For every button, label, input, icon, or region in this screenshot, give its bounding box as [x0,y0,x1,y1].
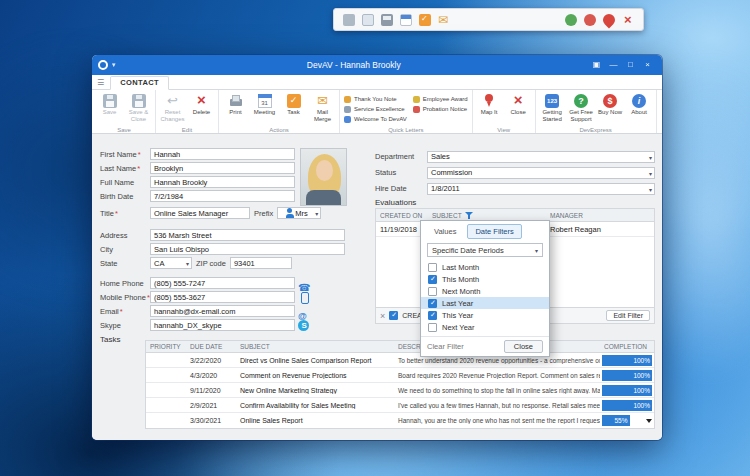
quick-access-arrow-icon[interactable]: ▾ [112,61,116,69]
file-menu-button[interactable]: ☰ [97,76,104,89]
delete-button[interactable]: Delete [187,92,216,124]
tab-values[interactable]: Values [426,224,464,239]
filter-enabled-checkbox[interactable] [389,311,398,320]
filter-popup-tabs: Values Date Filters [421,221,549,241]
group-caption-edit: Edit [156,127,218,133]
title-field[interactable]: Online Sales Manager [150,207,250,219]
reset-changes-button[interactable]: Reset Changes [158,92,187,124]
column-header-due-date[interactable]: DUE DATE [186,343,236,350]
titlebar[interactable]: ▾ DevAV - Hannah Brookly ▣ — □ × [92,55,662,75]
first-name-field[interactable]: Hannah [150,148,295,160]
filter-option-last-year[interactable]: Last Year [421,297,549,309]
quick-letter-employee-award[interactable]: Employee Award [411,94,470,104]
filter-option-next-year[interactable]: Next Year [421,321,549,333]
task-row[interactable]: 9/11/2020 New Online Marketing Strategy … [146,383,654,398]
task-row[interactable]: 3/22/2020 Direct vs Online Sales Compari… [146,353,654,368]
last-name-field[interactable]: Brooklyn [150,162,295,174]
skype-label: Skype [100,321,150,330]
clear-filter-button[interactable]: Clear Filter [427,342,464,351]
close-view-button[interactable]: Close [504,92,533,124]
close-popup-button[interactable]: Close [504,340,543,353]
column-header-priority[interactable]: PRIORITY [146,343,186,350]
skype-field[interactable]: hannahb_DX_skype [150,319,295,331]
task-row[interactable]: 4/3/2020 Comment on Revenue Projections … [146,368,654,383]
state-combo[interactable]: CA [150,257,192,269]
checkbox[interactable] [428,311,437,320]
title-label: Title* [100,209,150,218]
quick-letter-service-excellence[interactable]: Service Excellence [342,104,409,114]
filter-option-last-month[interactable]: Last Month [421,261,549,273]
department-combo[interactable]: Sales [427,151,655,163]
tab-contact[interactable]: CONTACT [110,76,169,90]
minimize-button[interactable]: — [605,55,622,75]
checkbox[interactable] [428,287,437,296]
subject-cell: Direct vs Online Sales Comparison Report [236,357,394,364]
note-icon [344,96,351,103]
checkbox[interactable] [428,299,437,308]
window-controls: ▣ — □ × [588,55,656,75]
print-button[interactable]: Print [221,92,250,124]
completion-cell: 100% [600,383,654,398]
column-header-manager[interactable]: MANAGER [546,212,654,219]
birth-date-field[interactable]: 7/2/1984 [150,190,295,202]
column-header-subject[interactable]: SUBJECT [236,343,394,350]
getting-started-icon [545,94,559,108]
photo-shoulders [306,190,341,206]
checkbox[interactable] [428,323,437,332]
map-it-button[interactable]: Map It [475,92,504,124]
city-field[interactable]: San Luis Obispo [150,243,345,255]
mail-merge-button[interactable]: Mail Merge [308,92,337,124]
quick-letter-probation-notice[interactable]: Probation Notice [411,104,470,114]
quick-letter-thank-you-note[interactable]: Thank You Note [342,94,409,104]
evaluations-section-label: Evaluations [375,198,416,207]
hire-date-label: Hire Date [375,184,427,193]
column-header-created-on[interactable]: CREATED ON [376,212,428,219]
save-button[interactable]: Save [95,92,124,124]
completion-dropdown-icon[interactable] [646,419,652,423]
award-icon [565,14,577,26]
description-cell: To better understand 2020 revenue opport… [394,357,600,364]
close-button[interactable]: × [639,55,656,75]
task-row[interactable]: 2/9/2021 Confirm Availability for Sales … [146,398,654,413]
filter-funnel-icon[interactable] [465,211,473,219]
hire-date-combo[interactable]: 1/8/2011 [427,183,655,195]
getting-started-button[interactable]: Getting Started [538,92,567,124]
email-field[interactable]: hannahb@dx-email.com [150,305,295,317]
zip-field[interactable]: 93401 [230,257,292,269]
task-row[interactable]: 3/30/2021 Online Sales Report Hannah, yo… [146,413,654,428]
column-header-completion[interactable]: COMPLETION [600,343,654,350]
column-header-subject[interactable]: SUBJECT [428,211,546,219]
get-free-support-button[interactable]: Get Free Support [567,92,596,124]
status-combo[interactable]: Commission [427,167,655,179]
theme-button[interactable]: ▣ [588,55,605,75]
address-field[interactable]: 536 Marsh Street [150,229,345,241]
checkbox[interactable] [428,263,437,272]
desktop-wallpaper: ▾ DevAV - Hannah Brookly ▣ — □ × ☰ CONTA… [0,0,750,476]
meeting-button[interactable]: Meeting [250,92,279,124]
task-button[interactable]: Task [279,92,308,124]
completion-cell: 100% [600,368,654,383]
maximize-button[interactable]: □ [622,55,639,75]
filter-option-next-month[interactable]: Next Month [421,285,549,297]
progress-bar: 100% [602,370,652,381]
buy-now-button[interactable]: Buy Now [596,92,625,124]
progress-bar: 100% [602,385,652,396]
mobile-phone-field[interactable]: (805) 555-3627 [150,291,295,303]
about-button[interactable]: About [625,92,654,124]
prefix-combo[interactable]: Mrs [277,207,321,219]
date-period-combo[interactable]: Specific Date Periods ▾ [427,243,543,257]
remove-filter-icon[interactable]: × [380,309,385,323]
app-window: ▾ DevAV - Hannah Brookly ▣ — □ × ☰ CONTA… [92,55,662,440]
filter-option-this-year[interactable]: This Year [421,309,549,321]
filter-option-this-month[interactable]: This Month [421,273,549,285]
tab-date-filters[interactable]: Date Filters [467,224,521,239]
due-date-cell: 9/11/2020 [186,387,236,394]
full-name-field[interactable]: Hannah Brookly [150,176,295,188]
home-phone-field[interactable]: (805) 555-7247 [150,277,295,289]
checkbox[interactable] [428,275,437,284]
quick-letter-welcome[interactable]: Welcome To DevAV [342,114,409,124]
edit-filter-button[interactable]: Edit Filter [606,310,650,321]
save-and-close-button[interactable]: Save & Close [124,92,153,124]
envelope-icon [316,94,330,108]
contact-photo[interactable] [300,148,347,206]
